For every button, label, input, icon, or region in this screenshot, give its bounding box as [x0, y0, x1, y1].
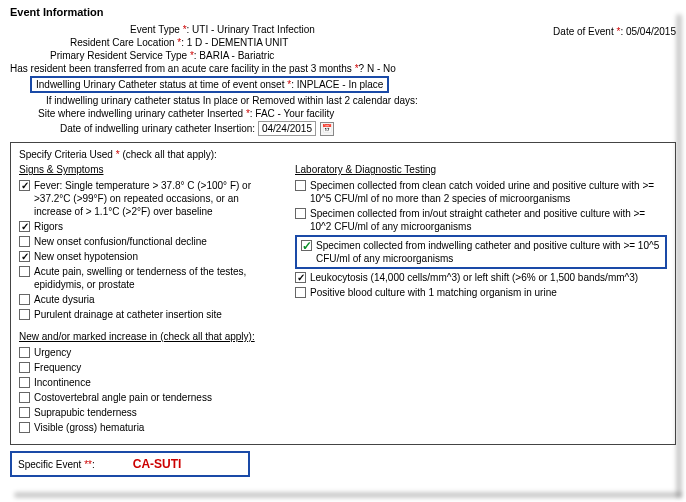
signs-item-row: Acute pain, swelling or tenderness of th…	[19, 265, 279, 291]
newinc-item-label: Incontinence	[34, 376, 279, 389]
field-removed-note: If indwelling urinary catheter status In…	[10, 95, 516, 106]
criteria-panel: Specify Criteria Used * (check all that …	[10, 142, 676, 445]
signs-heading: Signs & Symptoms	[19, 164, 279, 175]
signs-item-row: Fever: Single temperature > 37.8° C (>10…	[19, 179, 279, 218]
field-event-type: Event Type *: UTI - Urinary Tract Infect…	[10, 24, 516, 35]
signs-item-checkbox[interactable]	[19, 309, 30, 320]
lab-item-row: Specimen collected from indwelling cathe…	[295, 235, 667, 269]
catheter-date-input[interactable]: 04/24/2015	[258, 121, 316, 136]
newinc-item-checkbox[interactable]	[19, 347, 30, 358]
new-increase-heading: New and/or marked increase in (check all…	[19, 331, 279, 342]
signs-item-label: New onset confusion/functional decline	[34, 235, 279, 248]
specific-event-row: Specific Event **: CA-SUTI	[10, 451, 250, 477]
signs-item-checkbox[interactable]	[19, 266, 30, 277]
field-catheter-site: Site where indwelling urinary catheter I…	[10, 108, 516, 119]
signs-item-label: New onset hypotension	[34, 250, 279, 263]
newinc-item-label: Suprapubic tenderness	[34, 406, 279, 419]
lab-item-checkbox[interactable]	[301, 240, 312, 251]
signs-item-row: New onset hypotension	[19, 250, 279, 263]
field-catheter-date: Date of indwelling urinary catheter Inse…	[10, 121, 516, 136]
signs-item-label: Rigors	[34, 220, 279, 233]
newinc-item-label: Costovertebral angle pain or tenderness	[34, 391, 279, 404]
lab-item-row: Positive blood culture with 1 matching o…	[295, 286, 667, 299]
newinc-item-row: Visible (gross) hematuria	[19, 421, 279, 434]
newinc-item-row: Suprapubic tenderness	[19, 406, 279, 419]
calendar-icon[interactable]: 📅	[320, 122, 334, 136]
newinc-item-label: Frequency	[34, 361, 279, 374]
lab-heading: Laboratory & Diagnostic Testing	[295, 164, 667, 175]
lab-item-label: Positive blood culture with 1 matching o…	[310, 286, 667, 299]
newinc-item-checkbox[interactable]	[19, 392, 30, 403]
newinc-item-checkbox[interactable]	[19, 377, 30, 388]
signs-item-label: Acute dysuria	[34, 293, 279, 306]
field-service-type: Primary Resident Service Type *: BARIA -…	[10, 50, 516, 61]
newinc-item-label: Visible (gross) hematuria	[34, 421, 279, 434]
signs-item-row: Acute dysuria	[19, 293, 279, 306]
signs-item-checkbox[interactable]	[19, 180, 30, 191]
lab-item-checkbox[interactable]	[295, 180, 306, 191]
newinc-item-row: Incontinence	[19, 376, 279, 389]
newinc-item-row: Urgency	[19, 346, 279, 359]
signs-item-checkbox[interactable]	[19, 236, 30, 247]
signs-item-checkbox[interactable]	[19, 251, 30, 262]
lab-item-checkbox[interactable]	[295, 208, 306, 219]
lab-item-label: Leukocytosis (14,000 cells/mm^3) or left…	[310, 271, 667, 284]
page-title: Event Information	[10, 6, 676, 18]
lab-item-label: Specimen collected from in/out straight …	[310, 207, 667, 233]
field-catheter-status: Indwelling Urinary Catheter status at ti…	[10, 76, 516, 93]
signs-item-checkbox[interactable]	[19, 221, 30, 232]
newinc-item-checkbox[interactable]	[19, 362, 30, 373]
newinc-item-row: Costovertebral angle pain or tenderness	[19, 391, 279, 404]
lab-item-row: Specimen collected from in/out straight …	[295, 207, 667, 233]
signs-item-row: Purulent drainage at catheter insertion …	[19, 308, 279, 321]
signs-item-label: Purulent drainage at catheter insertion …	[34, 308, 279, 321]
field-date-of-event: Date of Event *: 05/04/2015	[516, 26, 676, 37]
field-care-location: Resident Care Location *: 1 D - DEMENTIA…	[10, 37, 516, 48]
lab-item-checkbox[interactable]	[295, 272, 306, 283]
specific-event-label: Specific Event	[18, 459, 81, 470]
lab-item-label: Specimen collected from clean catch void…	[310, 179, 667, 205]
criteria-title: Specify Criteria Used * (check all that …	[19, 149, 667, 160]
field-transfer: Has resident been transferred from an ac…	[10, 63, 516, 74]
newinc-item-label: Urgency	[34, 346, 279, 359]
lab-item-label: Specimen collected from indwelling cathe…	[316, 239, 661, 265]
signs-item-row: Rigors	[19, 220, 279, 233]
newinc-item-row: Frequency	[19, 361, 279, 374]
lab-item-row: Leukocytosis (14,000 cells/mm^3) or left…	[295, 271, 667, 284]
signs-item-row: New onset confusion/functional decline	[19, 235, 279, 248]
lab-item-checkbox[interactable]	[295, 287, 306, 298]
newinc-item-checkbox[interactable]	[19, 422, 30, 433]
signs-item-label: Acute pain, swelling or tenderness of th…	[34, 265, 279, 291]
signs-item-label: Fever: Single temperature > 37.8° C (>10…	[34, 179, 279, 218]
signs-item-checkbox[interactable]	[19, 294, 30, 305]
lab-item-row: Specimen collected from clean catch void…	[295, 179, 667, 205]
specific-event-value: CA-SUTI	[103, 457, 182, 471]
newinc-item-checkbox[interactable]	[19, 407, 30, 418]
